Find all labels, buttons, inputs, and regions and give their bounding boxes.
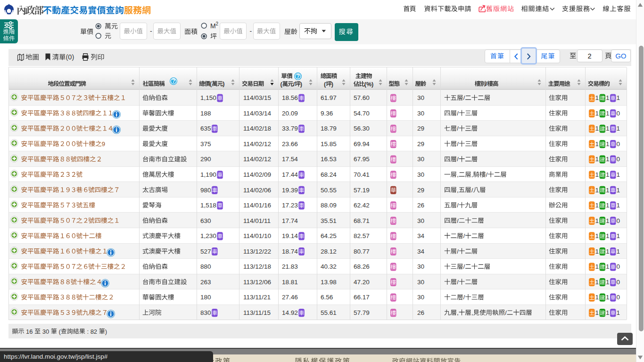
svg-text:/: / <box>457 156 459 163</box>
svg-text:13.98: 13.98 <box>321 279 337 286</box>
svg-text:?: ? <box>297 73 300 80</box>
svg-text:290: 290 <box>200 156 211 163</box>
svg-text:,: , <box>457 187 459 194</box>
svg-text:29: 29 <box>417 187 424 194</box>
svg-text:61.97: 61.97 <box>321 94 337 101</box>
svg-text:0: 0 <box>617 294 620 301</box>
svg-text:68.71: 68.71 <box>354 217 370 224</box>
svg-text:82.57: 82.57 <box>354 232 370 239</box>
svg-text:30: 30 <box>417 279 424 286</box>
svg-text:69.94: 69.94 <box>354 140 370 148</box>
svg-text:21.83: 21.83 <box>282 263 298 270</box>
svg-text:30: 30 <box>417 94 424 101</box>
svg-text:30: 30 <box>417 217 424 224</box>
svg-text:,: , <box>471 171 473 178</box>
svg-text:30: 30 <box>42 328 49 335</box>
svg-text:1: 1 <box>606 248 610 255</box>
svg-text:/: / <box>471 187 473 194</box>
svg-text:1: 1 <box>617 309 620 316</box>
svg-text:1: 1 <box>606 125 610 132</box>
svg-text:2: 2 <box>587 52 591 60</box>
svg-text:1: 1 <box>606 309 610 316</box>
svg-text:1: 1 <box>606 94 610 101</box>
svg-text:34: 34 <box>417 232 425 239</box>
svg-text:113/12/06: 113/12/06 <box>243 279 271 286</box>
svg-text:1: 1 <box>617 94 620 101</box>
svg-text:17.44: 17.44 <box>282 171 298 178</box>
svg-text:30: 30 <box>417 263 424 270</box>
svg-text:47.20: 47.20 <box>354 279 370 286</box>
svg-text:9: 9 <box>102 140 106 148</box>
svg-text:527: 527 <box>200 248 211 255</box>
svg-text:56.30: 56.30 <box>354 125 370 132</box>
svg-text:1: 1 <box>595 110 599 117</box>
svg-text:113/12/18: 113/12/18 <box>243 263 271 270</box>
svg-text:29: 29 <box>417 140 424 148</box>
svg-text:0: 0 <box>617 110 620 117</box>
svg-text:40.32: 40.32 <box>321 263 337 270</box>
svg-text:1: 1 <box>617 125 620 132</box>
svg-text:16: 16 <box>26 328 33 335</box>
svg-text:33.79: 33.79 <box>282 125 298 132</box>
svg-text:1,230: 1,230 <box>200 232 216 239</box>
svg-text:6.56: 6.56 <box>321 294 333 301</box>
svg-text:): ) <box>223 81 224 87</box>
svg-text:67.95: 67.95 <box>354 156 370 163</box>
svg-text:/: / <box>457 217 459 224</box>
svg-text:/: / <box>457 110 459 117</box>
svg-text:1: 1 <box>606 187 610 194</box>
svg-text:15.85: 15.85 <box>321 140 337 148</box>
svg-text:M: M <box>210 22 216 30</box>
svg-text:630: 630 <box>200 217 211 224</box>
svg-text:1: 1 <box>595 248 599 255</box>
svg-text:30: 30 <box>417 156 424 163</box>
svg-text:1: 1 <box>595 263 599 270</box>
svg-text:1: 1 <box>595 156 599 163</box>
svg-text:20.09: 20.09 <box>282 110 298 117</box>
svg-text:17.23: 17.23 <box>282 202 298 209</box>
svg-text:114/02/12: 114/02/12 <box>243 140 271 148</box>
svg-text:26: 26 <box>417 309 424 316</box>
svg-text:114/02/18: 114/02/18 <box>243 125 271 132</box>
svg-text:/: / <box>457 248 459 255</box>
svg-text:50.55: 50.55 <box>321 187 337 194</box>
svg-text:/: / <box>463 294 465 301</box>
svg-text:(: ( <box>210 81 212 87</box>
svg-text:17.74: 17.74 <box>282 217 298 224</box>
svg-text:0: 0 <box>617 263 620 270</box>
svg-text:1,150: 1,150 <box>200 94 216 101</box>
svg-text:,: , <box>457 171 459 178</box>
svg-text:(: ( <box>324 81 326 88</box>
svg-text:0: 0 <box>617 217 620 224</box>
svg-text:16.53: 16.53 <box>321 156 337 163</box>
svg-text:1: 1 <box>595 309 599 316</box>
svg-text:114/01/11: 114/01/11 <box>243 217 271 224</box>
svg-text:/: / <box>457 279 459 286</box>
svg-text:1: 1 <box>606 217 610 224</box>
svg-text:(: ( <box>281 81 283 88</box>
svg-text:1: 1 <box>606 263 610 270</box>
svg-text:-: - <box>250 27 252 35</box>
svg-text:88.09: 88.09 <box>321 202 337 209</box>
svg-text:57.79: 57.79 <box>354 309 370 316</box>
svg-text::: : <box>87 328 89 335</box>
svg-text:1: 1 <box>617 202 620 209</box>
svg-text:114/02/06: 114/02/06 <box>243 187 271 194</box>
svg-text:/: / <box>463 232 465 239</box>
svg-text:(%): (%) <box>364 81 373 88</box>
svg-text:55.61: 55.61 <box>321 309 337 316</box>
svg-text:114/03/14: 114/03/14 <box>243 110 272 117</box>
svg-text:1: 1 <box>606 232 610 239</box>
svg-text:180: 180 <box>200 294 211 301</box>
svg-text:82: 82 <box>91 328 97 335</box>
svg-text:57.60: 57.60 <box>354 94 370 101</box>
svg-text:830: 830 <box>200 309 211 316</box>
svg-text:1: 1 <box>595 171 599 178</box>
svg-text:17.54: 17.54 <box>282 156 298 163</box>
svg-text:14.92: 14.92 <box>282 309 298 316</box>
svg-text:35.51: 35.51 <box>321 217 337 224</box>
svg-text:68.24: 68.24 <box>321 171 337 178</box>
svg-text:1: 1 <box>595 187 599 194</box>
svg-text:57.19: 57.19 <box>354 187 370 194</box>
svg-text:188: 188 <box>200 110 211 117</box>
